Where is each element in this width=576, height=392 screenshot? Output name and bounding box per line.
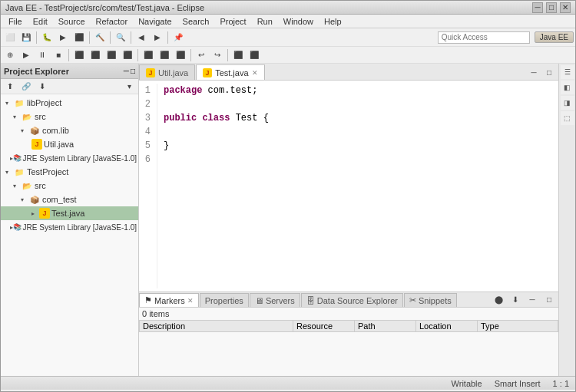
col-path: Path <box>355 321 416 332</box>
tab-close-test[interactable]: ✕ <box>252 69 258 77</box>
rs-btn-4[interactable]: ⬚ <box>561 111 574 125</box>
java-icon-util: J <box>31 139 42 150</box>
bottom-panel-btn2[interactable]: ⬇ <box>508 292 523 307</box>
pe-link-btn[interactable]: 🔗 <box>18 79 34 94</box>
menu-item-help[interactable]: Help <box>319 16 346 27</box>
tree-item-jre-test[interactable]: ▸ 📚 JRE System Library [JavaSE-1.0] <box>1 220 138 234</box>
status-writable: Writable <box>452 379 482 388</box>
forward-button[interactable]: ▶ <box>150 30 165 45</box>
bottom-tabs: ⚑ Markers ✕ Properties 🖥 Servers 🗄 Data … <box>139 292 558 308</box>
tree-item-util-java[interactable]: J Util.java <box>1 137 138 151</box>
editor-content[interactable]: 1 2 3 4 5 6 package com.test; public cla… <box>139 81 558 292</box>
package-icon-lib: 📦 <box>28 124 41 137</box>
tb2-btn9[interactable]: ⬛ <box>141 48 156 63</box>
java-icon-tab-util: J <box>146 68 155 77</box>
tab-test-java[interactable]: J Test.java ✕ <box>196 64 264 80</box>
src-icon-lib: 📂 <box>21 110 33 123</box>
rs-btn-1[interactable]: ☰ <box>561 65 574 79</box>
pe-menu-btn[interactable]: ▾ <box>121 79 137 94</box>
tb2-btn2[interactable]: ▶ <box>18 48 34 63</box>
pe-collapse-btn[interactable]: ⬆ <box>2 79 18 94</box>
project-icon-test: 📁 <box>13 166 25 178</box>
tb2-btn13[interactable]: ↪ <box>210 48 225 63</box>
stop-button[interactable]: ⬛ <box>71 30 87 45</box>
menu-item-run[interactable]: Run <box>253 16 277 27</box>
tb2-btn3[interactable]: ⏸ <box>35 48 50 63</box>
tb2-btn5[interactable]: ⬛ <box>71 48 87 63</box>
code-content[interactable]: package com.test; public class Test { } <box>157 84 269 288</box>
tab-markers-close[interactable]: ✕ <box>187 297 194 305</box>
menu-item-file[interactable]: File <box>4 16 27 27</box>
tb2-btn11[interactable]: ⬛ <box>173 48 188 63</box>
tab-properties[interactable]: Properties <box>200 293 249 307</box>
tab-util-label: Util.java <box>158 68 188 77</box>
minimize-button[interactable]: ─ <box>532 2 543 13</box>
menu-item-navigate[interactable]: Navigate <box>134 16 176 27</box>
save-button[interactable]: 💾 <box>18 30 34 45</box>
tree-item-testproject[interactable]: ▾ 📁 TestProject <box>1 165 138 179</box>
tab-util-java[interactable]: J Util.java <box>139 64 195 80</box>
tab-snippets[interactable]: ✂ Snippets <box>404 293 457 307</box>
bottom-panel-maximize[interactable]: □ <box>541 292 557 307</box>
snippets-label: Snippets <box>419 296 452 305</box>
build-button[interactable]: 🔨 <box>92 30 108 45</box>
editor-tabs: J Util.java J Test.java ✕ ─ □ <box>139 64 558 81</box>
pe-maximize-btn[interactable]: □ <box>131 67 135 75</box>
pe-minimize-btn[interactable]: ─ <box>124 67 129 75</box>
tab-test-label: Test.java <box>215 68 248 77</box>
menu-item-source[interactable]: Source <box>54 16 90 27</box>
tb2-btn14[interactable]: ⬛ <box>230 48 246 63</box>
title-bar: Java EE - TestProject/src/com/test/Test.… <box>1 1 575 15</box>
maximize-button[interactable]: □ <box>546 2 557 13</box>
status-bar: Writable Smart Insert 1 : 1 <box>1 376 575 390</box>
java-icon-test: J <box>39 208 50 219</box>
rs-btn-3[interactable]: ◨ <box>561 96 574 110</box>
run-button[interactable]: ▶ <box>55 30 71 45</box>
menu-item-edit[interactable]: Edit <box>28 16 52 27</box>
markers-table: Description Resource Path Location Type <box>139 320 558 376</box>
menu-item-refactor[interactable]: Refactor <box>91 16 133 27</box>
bottom-panel-minimize[interactable]: ─ <box>525 292 540 307</box>
rs-btn-2[interactable]: ◧ <box>561 81 574 94</box>
col-resource: Resource <box>293 321 355 332</box>
back-button[interactable]: ◀ <box>134 30 149 45</box>
new-button[interactable]: ⬜ <box>2 30 18 45</box>
tb2-btn6[interactable]: ⬛ <box>88 48 103 63</box>
tree-item-src-test[interactable]: ▾ 📂 src <box>1 179 138 193</box>
tb2-btn1[interactable]: ⊕ <box>2 48 18 63</box>
tree-item-libproject[interactable]: ▾ 📁 libProject <box>1 96 138 110</box>
close-button[interactable]: ✕ <box>560 2 571 13</box>
menu-item-window[interactable]: Window <box>279 16 318 27</box>
quick-access-input[interactable] <box>438 31 530 44</box>
pe-filter-btn[interactable]: ⬇ <box>35 79 50 94</box>
tree-item-com-lib[interactable]: ▾ 📦 com.lib <box>1 124 138 137</box>
tab-datasource[interactable]: 🗄 Data Source Explorer <box>301 293 403 307</box>
bottom-panel-btn1[interactable]: ⬤ <box>491 292 506 307</box>
editor-minimize-btn[interactable]: ─ <box>526 64 541 80</box>
menu-item-project[interactable]: Project <box>215 16 250 27</box>
project-icon-lib: 📁 <box>13 97 25 109</box>
pe-header: Project Explorer ─ □ <box>1 64 138 79</box>
tb2-btn12[interactable]: ↩ <box>194 48 209 63</box>
pin-button[interactable]: 📌 <box>170 30 186 45</box>
markers-icon: ⚑ <box>144 295 152 305</box>
java-ee-badge[interactable]: Java EE <box>535 31 574 43</box>
tb2-btn8[interactable]: ⬛ <box>120 48 135 63</box>
toolbar-row-1: ⬜ 💾 🐛 ▶ ⬛ 🔨 🔍 ◀ ▶ 📌 Java EE <box>1 28 575 47</box>
editor-area: J Util.java J Test.java ✕ ─ □ 1 2 3 <box>139 64 558 292</box>
tb2-btn7[interactable]: ⬛ <box>104 48 119 63</box>
tree-item-test-java[interactable]: ▸ J Test.java <box>1 206 138 220</box>
tree-item-src-lib[interactable]: ▾ 📂 src <box>1 110 138 124</box>
tb2-btn10[interactable]: ⬛ <box>157 48 172 63</box>
tree-item-jre-lib[interactable]: ▸ 📚 JRE System Library [JavaSE-1.0] <box>1 151 138 165</box>
editor-maximize-btn[interactable]: □ <box>541 64 557 80</box>
tb2-btn4[interactable]: ■ <box>51 48 66 63</box>
tb2-btn15[interactable]: ⬛ <box>247 48 262 63</box>
tree-item-com-test[interactable]: ▾ 📦 com_test <box>1 193 138 206</box>
col-type: Type <box>478 321 558 332</box>
debug-button[interactable]: 🐛 <box>39 30 55 45</box>
menu-item-search[interactable]: Search <box>178 16 214 27</box>
search-button[interactable]: 🔍 <box>113 30 128 45</box>
tab-servers[interactable]: 🖥 Servers <box>250 293 300 307</box>
tab-markers[interactable]: ⚑ Markers ✕ <box>139 293 199 307</box>
